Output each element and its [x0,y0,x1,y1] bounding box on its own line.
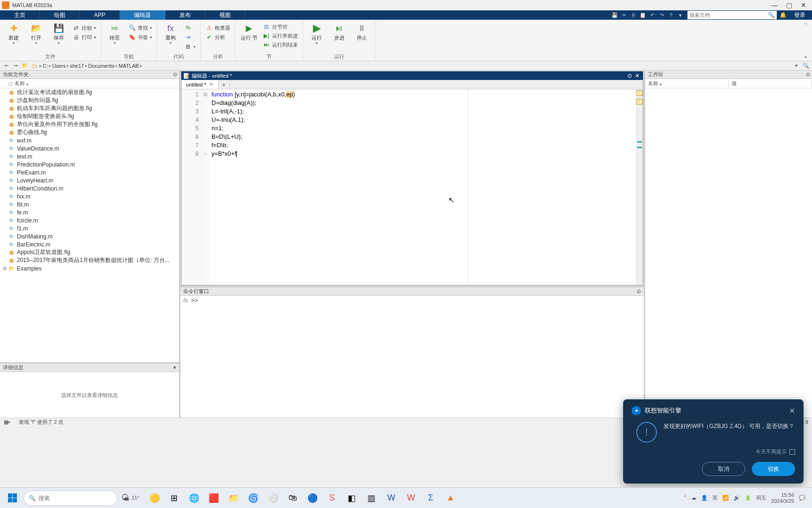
file-item[interactable]: fxBarElectric.m [0,240,179,248]
qat-paste-icon[interactable]: 📋 [639,11,647,19]
workspace-col-value[interactable]: 值 [729,79,812,88]
file-item[interactable]: fxValueDistance.m [0,144,179,152]
tray-notifications-icon[interactable]: 💬 [799,495,805,501]
close-button[interactable]: ✕ [801,1,806,9]
tab-home[interactable]: 主页 [0,10,40,20]
qat-help-icon[interactable]: ? [667,11,675,19]
nav-fwd-icon[interactable]: ⇒ [11,62,20,70]
nav-up-icon[interactable]: 📁 [21,62,29,70]
notification-switch-button[interactable]: 切换 [752,462,795,476]
code-marker-1[interactable] [637,141,642,143]
file-item[interactable]: ▦爱心曲线.fig [0,128,179,136]
command-input-area[interactable]: fx >> [180,296,644,418]
taskbar-copilot-icon[interactable]: 🟡 [145,490,164,507]
notification-checkbox-row[interactable]: 今天不再提示 [632,448,795,455]
taskbar-app2-icon[interactable]: 🟥 [204,490,223,507]
fx-icon[interactable]: fx [183,297,188,417]
file-item[interactable]: ▦2015--2017年家电类商品1月份销售数据统计图（单位: 万台... [0,256,179,264]
taskbar-edge-icon[interactable]: 🌀 [244,490,263,507]
file-item[interactable]: fxflit.m [0,200,179,208]
ribbon-help-icon[interactable]: □ [804,22,811,27]
print-button[interactable]: 🖨打印▾ [71,33,97,41]
start-button[interactable] [3,490,22,507]
breadcrumb-4[interactable]: MATLAB [118,63,139,69]
tray-battery-icon[interactable]: 🔋 [745,495,751,501]
taskbar-matlab-icon[interactable]: ▲ [441,490,460,507]
run-button[interactable]: ▶运行▾ [307,22,327,45]
file-item[interactable]: ▦绘制M图形变换箭头.fig [0,112,179,120]
file-item[interactable]: fxPredictionPopulation.m [0,160,179,168]
workspace-col-name[interactable]: 名称 ▴ [645,79,729,88]
maximize-button[interactable]: ▢ [786,1,792,9]
login-button[interactable]: 登录 [789,11,810,19]
editor-tab-untitled[interactable]: untitled * ✕ [181,80,219,89]
qat-dropdown-icon[interactable]: ▾ [676,11,685,19]
nav-browse-icon[interactable]: 🗀 [30,62,39,70]
current-folder-menu-icon[interactable]: ⊙ [173,71,177,78]
taskbar-taskview-icon[interactable]: ⊞ [165,490,184,507]
tab-publish[interactable]: 发布 [165,10,205,20]
nav-back-icon[interactable]: ⇐ [2,62,10,70]
file-item[interactable]: fxtest.m [0,152,179,160]
fold-column[interactable]: ⊟ – [202,89,209,285]
goto-button[interactable]: ⇨转至▾ [105,22,125,45]
code-tool3-button[interactable]: ⊞▾ [183,42,196,51]
editor-maximize-icon[interactable]: ⊙ [626,72,633,79]
file-item[interactable]: ▦统计某次考试成绩的扇形图.fig [0,88,179,96]
tab-apps[interactable]: APP [80,10,120,20]
tray-expand-icon[interactable]: ˄ [684,495,687,501]
refactor-button[interactable]: fx重构▾ [161,22,180,45]
tab-close-icon[interactable]: ✕ [209,81,213,87]
save-button[interactable]: 💾保存▾ [49,22,69,45]
notification-close-icon[interactable]: ✕ [789,406,795,415]
taskbar-search-input[interactable] [39,495,112,501]
file-list[interactable]: ▦统计某次考试成绩的扇形图.fig▦沙盘制作问题.fig▦机动车刹车距离问题的图… [0,88,179,362]
code-text[interactable]: function [y,n]=jacobi(A,b,x0,ep) D=diag(… [209,89,636,285]
code-marker-2[interactable] [637,147,642,148]
address-dropdown-icon[interactable]: ▾ [792,62,801,70]
analyze-button[interactable]: ✔分析 [204,33,231,41]
qat-save-icon[interactable]: 💾 [610,11,619,19]
file-item[interactable]: ▦Appolo卫星轨道图.fig [0,248,179,256]
workspace-menu-icon[interactable]: ⊙ [806,71,810,78]
step-button[interactable]: ⏯步进 [329,22,349,41]
tab-editor[interactable]: 编辑器 [120,10,165,20]
code-tool2-button[interactable]: ⇥ [183,33,196,41]
taskbar-store-icon[interactable]: 🛍 [283,490,302,507]
tray-clock[interactable]: 15:56 2024/3/25 [771,492,794,504]
tab-plots[interactable]: 绘图 [40,10,80,20]
taskbar-sigma-icon[interactable]: Σ [422,490,440,507]
run-advance-button[interactable]: ▶|运行并前进 [262,32,299,40]
file-item[interactable]: fxLovelyHeart.m [0,176,179,184]
minimize-button[interactable]: — [771,1,778,9]
tray-cloud-icon[interactable]: ☁ [691,495,696,501]
taskbar-sogou-icon[interactable]: S [323,490,342,507]
taskbar-word-icon[interactable]: W [382,490,401,507]
tray-account-icon[interactable]: 👤 [701,495,708,501]
breadcrumb-0[interactable]: C: [43,63,48,69]
doc-search-input[interactable] [689,12,768,18]
editor-close-icon[interactable]: ✕ [633,72,641,79]
section-break-button[interactable]: ⊟分节符 [262,23,299,31]
file-item[interactable]: fxwxf.m [0,136,179,144]
taskbar-app4-icon[interactable]: ▥ [362,490,381,507]
new-button[interactable]: ✚新建▾ [4,22,23,45]
file-item[interactable]: fxPieExam.m [0,168,179,176]
editor-add-tab[interactable]: + [219,80,230,89]
file-item[interactable]: ▦沙盘制作问题.fig [0,96,179,104]
taskbar-search[interactable]: 🔍 [23,491,117,506]
checkbox-icon[interactable] [789,449,795,455]
tray-ime-icon[interactable]: 英 [712,494,718,501]
file-item[interactable]: fxfxx.m [0,192,179,200]
find-button[interactable]: 🔍查找▾ [127,24,153,32]
tab-view[interactable]: 视图 [205,10,245,20]
open-button[interactable]: 📂打开▾ [26,22,46,45]
checker-button[interactable]: ⚠检查器 [204,24,231,32]
file-col-name[interactable]: ▢名称 ▴ [0,80,169,87]
breadcrumb-3[interactable]: Documents [88,63,115,69]
file-item[interactable]: fxf1.m [0,224,179,232]
file-item[interactable]: ▦机动车刹车距离问题的图形.fig [0,104,179,112]
folder-examples[interactable]: ⊞📁Examples [0,264,179,272]
tray-wifi-icon[interactable]: 📶 [722,495,729,501]
doc-search[interactable]: 🔍 [687,11,777,19]
